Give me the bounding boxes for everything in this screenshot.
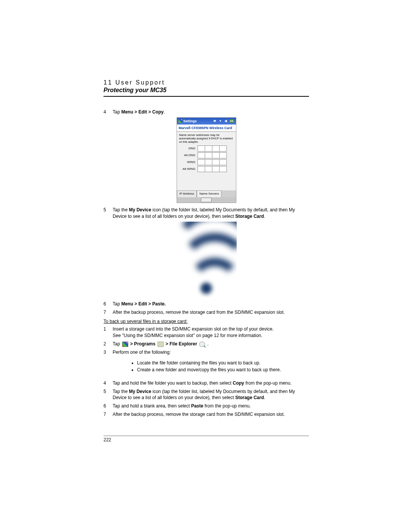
step-text: Tap Menu > Edit > Paste. <box>113 301 309 307</box>
wins-input[interactable] <box>198 159 227 165</box>
sip-bar <box>177 197 236 203</box>
backup-step-5: 5 Tap the My Device icon (tap the folder… <box>104 388 309 401</box>
backup-step-1: 1 Insert a storage card into the SD/MMC … <box>104 326 309 338</box>
wifi-icon-image <box>176 222 237 298</box>
card-name: Marvell CF8385PN Wireless Card <box>177 125 236 132</box>
step-number: 4 <box>104 109 113 115</box>
altdns-label: Alt DNS: <box>179 153 198 158</box>
window-title: Settings <box>183 119 197 123</box>
backup-step-3: 3 Perform one of the following: Locate t… <box>104 349 309 378</box>
settings-body: Name server addresses may be automatical… <box>177 132 236 190</box>
tabs: IP Address Name Servers <box>177 190 236 197</box>
altdns-row: Alt DNS: <box>179 152 234 158</box>
page-title: Protecting your MC35 <box>104 87 309 94</box>
document-page: 11 User Support Protecting your MC35 4 T… <box>0 0 411 532</box>
step-6: 6 Tap Menu > Edit > Paste. <box>104 301 309 307</box>
steps-block-1: 4 Tap Menu > Edit > Copy. Settings ⇄ ▾ ◀ <box>104 109 309 417</box>
backup-step-2: 2 Tap > Programs > File Explorer . <box>104 341 309 347</box>
file-explorer-icon <box>199 342 205 347</box>
list-item: Create a new folder and move/copy the fi… <box>137 367 309 373</box>
dns-row: DNS: <box>179 145 234 152</box>
ok-button[interactable]: ok <box>229 119 234 123</box>
step-number: 1 <box>104 326 113 338</box>
dhcp-note: Name server addresses may be automatical… <box>179 133 234 144</box>
step-text: Tap Menu > Edit > Copy. <box>113 109 309 115</box>
step-number: 6 <box>104 403 113 409</box>
step-number: 2 <box>104 341 113 347</box>
wins-label: WINS: <box>179 160 198 165</box>
start-icon <box>122 342 128 347</box>
step-text: After the backup process, remove the sto… <box>113 411 309 417</box>
step-text: Perform one of the following: Locate the… <box>113 349 309 378</box>
backup-step-4: 4 Tap and hold the file folder you want … <box>104 380 309 386</box>
chapter-label: 11 User Support <box>104 79 309 86</box>
step-text: Tap the My Device icon (tap the folder l… <box>113 207 309 219</box>
step-number: 5 <box>104 207 113 219</box>
bullet-list: Locate the file folder containing the fi… <box>122 360 309 373</box>
step-text: Insert a storage card into the SD/MMC ex… <box>113 326 309 338</box>
settings-window: Settings ⇄ ▾ ◀ ok Marvell CF8385PN Wirel… <box>177 117 236 203</box>
step-text: After the backup process, remove the sto… <box>113 309 309 315</box>
step-5: 5 Tap the My Device icon (tap the folder… <box>104 207 309 219</box>
signal-icon: ▾ <box>218 119 222 123</box>
step-4: 4 Tap Menu > Edit > Copy. <box>104 109 309 115</box>
step-number: 7 <box>104 411 113 417</box>
dns-input[interactable] <box>198 145 227 152</box>
wins-row: WINS: <box>179 159 234 165</box>
step-number: 7 <box>104 309 113 315</box>
tab-ip-address[interactable]: IP Address <box>177 190 197 197</box>
step-text: Tap and hold a blank area, then select P… <box>113 403 309 409</box>
titlebar-icons: ⇄ ▾ ◀ ok <box>213 119 234 123</box>
step-text: Tap and hold the file folder you want to… <box>113 380 309 386</box>
content-area: 11 User Support Protecting your MC35 4 T… <box>104 79 309 420</box>
backup-step-7: 7 After the backup process, remove the s… <box>104 411 309 417</box>
step-number: 6 <box>104 301 113 307</box>
step-text: Tap the My Device icon (tap the folder l… <box>113 388 309 401</box>
backup-step-6: 6 Tap and hold a blank area, then select… <box>104 403 309 409</box>
altwins-row: Alt WINS: <box>179 166 234 172</box>
step-7: 7 After the backup process, remove the s… <box>104 309 309 315</box>
subheading: To back up several files in a storage ca… <box>104 318 309 324</box>
list-item: Locate the file folder containing the fi… <box>137 360 309 366</box>
step-number: 3 <box>104 349 113 378</box>
dns-label: DNS: <box>179 147 198 151</box>
figure-settings-screenshot: Settings ⇄ ▾ ◀ ok Marvell CF8385PN Wirel… <box>104 117 309 204</box>
altwins-input[interactable] <box>198 166 227 172</box>
altdns-input[interactable] <box>198 152 227 158</box>
keyboard-icon[interactable] <box>201 198 212 202</box>
step-number: 4 <box>104 380 113 386</box>
altwins-label: Alt WINS: <box>179 167 198 171</box>
figure-wifi-icon <box>104 222 309 298</box>
speaker-icon: ◀ <box>224 119 228 123</box>
tab-name-servers[interactable]: Name Servers <box>197 190 221 197</box>
window-titlebar: Settings ⇄ ▾ ◀ ok <box>177 118 236 125</box>
step-number: 5 <box>104 388 113 401</box>
page-number: 222 <box>104 436 309 443</box>
step-text: Tap > Programs > File Explorer . <box>113 341 309 347</box>
start-icon <box>178 119 182 123</box>
folder-icon <box>158 342 164 347</box>
page-header: 11 User Support Protecting your MC35 <box>104 79 309 97</box>
connectivity-icon: ⇄ <box>213 119 217 123</box>
